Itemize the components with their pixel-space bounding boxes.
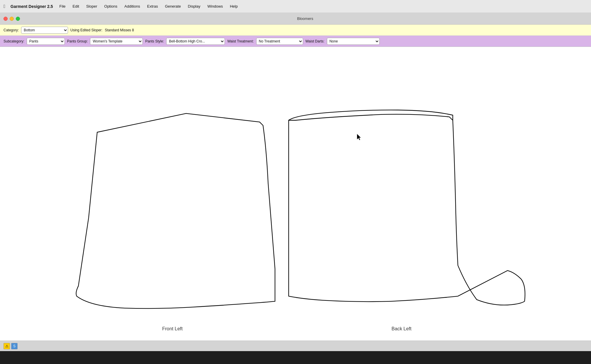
menu-generate[interactable]: Generate [164,4,182,9]
menu-items: File Edit Sloper Options Additions Extra… [58,4,239,9]
window-buttons [4,17,20,21]
pants-group-select[interactable]: Women's Template [90,38,143,45]
menu-help[interactable]: Help [229,4,239,9]
category-select[interactable]: Bottom [21,27,68,34]
pattern-canvas: Front Left Back Left [0,47,591,341]
apple-logo:  [4,4,5,9]
subcategory-select[interactable]: Pants [27,38,65,45]
menu-display[interactable]: Display [187,4,202,9]
back-left-piece [289,110,525,305]
close-button[interactable] [4,17,8,21]
menu-options[interactable]: Options [103,4,119,9]
titlebar: Bloomers [0,13,591,25]
waist-treatment-label: Waist Treatment: [227,39,254,43]
window-title: Bloomers [23,16,587,21]
pants-style-select[interactable]: Bell-Bottom High Cro... [166,38,225,45]
menubar:  Garment Designer 2.5 File Edit Sloper … [0,0,591,13]
front-left-piece [76,113,275,308]
pants-group-label: Pants Group: [67,39,88,43]
warning-icon[interactable]: ⚠ [4,343,10,349]
toolbar-row1: Category: Bottom Using Edited Sloper: St… [0,25,591,36]
menu-extras[interactable]: Extras [146,4,159,9]
category-label: Category: [4,28,19,32]
menu-edit[interactable]: Edit [72,4,80,9]
sloper-label: Using Edited Sloper: [70,28,102,32]
app-name: Garment Designer 2.5 [11,4,53,9]
waist-treatment-select[interactable]: No Treatment [256,38,303,45]
maximize-button[interactable] [16,17,20,21]
canvas-area: Front Left Back Left [0,47,591,341]
menu-additions[interactable]: Additions [123,4,141,9]
status-icon2[interactable]: S [11,343,18,349]
subcategory-label: Subcategory: [4,39,24,43]
sloper-value: Standard Misses 8 [105,28,134,32]
toolbar-row2: Subcategory: Pants Pants Group: Women's … [0,36,591,47]
menu-windows[interactable]: Windows [206,4,224,9]
menu-file[interactable]: File [58,4,67,9]
pants-style-label: Pants Style: [145,39,164,43]
menu-sloper[interactable]: Sloper [85,4,98,9]
waist-darts-label: Waist Darts: [305,39,325,43]
minimize-button[interactable] [10,17,14,21]
front-left-label: Front Left [162,326,183,331]
back-left-label: Back Left [392,326,412,331]
statusbar: ⚠ S [0,341,591,351]
waist-darts-select[interactable]: None [327,38,380,45]
